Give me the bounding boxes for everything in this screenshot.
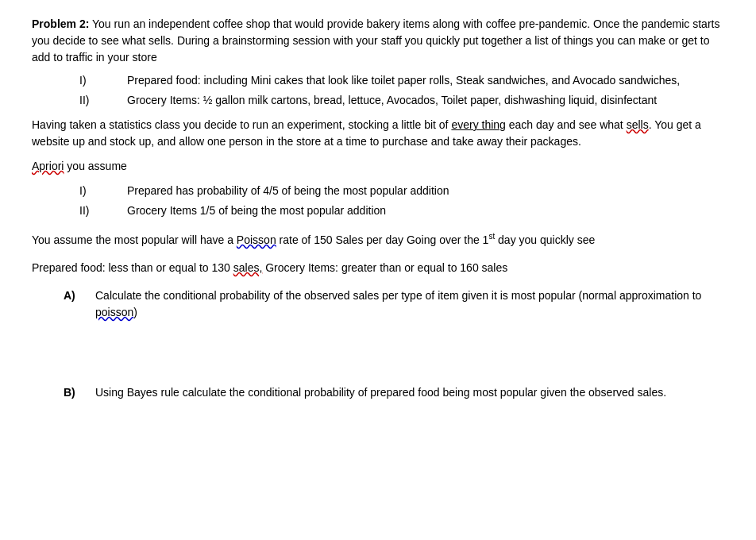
list-item: II) Grocery Items 1/5 of being the most … bbox=[79, 202, 723, 219]
list2-label-2: II) bbox=[79, 202, 127, 219]
para3-part3: day you quickly see bbox=[495, 233, 595, 246]
sub-a-label: A) bbox=[64, 287, 95, 304]
list-label-1: I) bbox=[79, 72, 127, 89]
para4-text: Prepared food: less than or equal to 130 bbox=[32, 261, 233, 274]
content-area: Problem 2: You run an independent coffee… bbox=[32, 16, 723, 401]
poisson-text: Poisson bbox=[237, 233, 276, 246]
sub-b-label: B) bbox=[64, 384, 95, 401]
sub-b-content: Using Bayes rule calculate the condition… bbox=[95, 384, 723, 401]
para2-part1: Having taken a statistics class you deci… bbox=[32, 118, 451, 131]
intro-text: You run an independent coffee shop that … bbox=[32, 17, 719, 64]
para2: Having taken a statistics class you deci… bbox=[32, 117, 723, 150]
list-label-2: II) bbox=[79, 92, 127, 109]
list-content-2: Grocery Items: ½ gallon milk cartons, br… bbox=[127, 92, 723, 109]
poisson2-text: poisson bbox=[95, 306, 133, 318]
apriori-section: Apriori you assume I) Prepared has proba… bbox=[32, 158, 723, 219]
list2-content-2: Grocery Items 1/5 of being the most popu… bbox=[127, 202, 723, 219]
every-thing: every thing bbox=[451, 118, 505, 131]
list-item: I) Prepared has probability of 4/5 of be… bbox=[79, 183, 723, 199]
sub-a-content: Calculate the conditional probability of… bbox=[95, 287, 723, 321]
para3-part1: You assume the most popular will have a bbox=[32, 233, 237, 246]
para2-part2: each day and see what bbox=[506, 118, 627, 131]
sub-a-close: ) bbox=[133, 306, 137, 318]
sub-b: B) Using Bayes rule calculate the condit… bbox=[64, 384, 723, 401]
list2-label-1: I) bbox=[79, 183, 127, 199]
list-content-1: Prepared food: including Mini cakes that… bbox=[127, 72, 723, 89]
para3-part2: rate of 150 Sales per day Going over the… bbox=[276, 233, 489, 246]
list-item: I) Prepared food: including Mini cakes t… bbox=[79, 72, 723, 89]
sub-a: A) Calculate the conditional probability… bbox=[64, 287, 723, 321]
sells-text: sells bbox=[627, 118, 649, 131]
list-item: II) Grocery Items: ½ gallon milk cartons… bbox=[79, 92, 723, 109]
apriori-para: Apriori you assume bbox=[32, 158, 723, 175]
problem-title: Problem 2: bbox=[32, 17, 89, 30]
problem-intro: Problem 2: You run an independent coffee… bbox=[32, 16, 723, 66]
para4-part2: Grocery Items: greater than or equal to … bbox=[262, 261, 507, 274]
apriori-text: you assume bbox=[64, 160, 126, 172]
para3: You assume the most popular will have a … bbox=[32, 230, 723, 249]
sub-a-text: Calculate the conditional probability of… bbox=[95, 289, 701, 302]
list2-content-1: Prepared has probability of 4/5 of being… bbox=[127, 183, 723, 199]
apriori-label: Apriori bbox=[32, 160, 64, 172]
sales-wavy: sales, bbox=[233, 261, 263, 274]
para4: Prepared food: less than or equal to 130… bbox=[32, 260, 723, 276]
